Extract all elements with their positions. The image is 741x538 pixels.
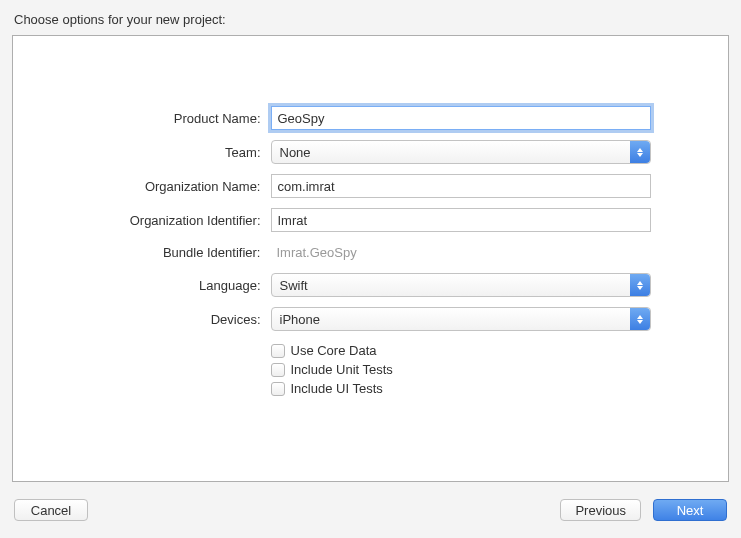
footer: Cancel Previous Next	[12, 482, 729, 526]
row-org-ident: Organization Identifier:	[91, 208, 651, 232]
devices-popup-value: iPhone	[280, 312, 320, 327]
team-popup-value: None	[280, 145, 311, 160]
checkbox-icon	[271, 363, 285, 377]
content-frame: Product Name: Team: None Organiz	[12, 35, 729, 482]
row-devices: Devices: iPhone	[91, 307, 651, 331]
row-team: Team: None	[91, 140, 651, 164]
label-bundle-ident: Bundle Identifier:	[91, 245, 261, 260]
project-form: Product Name: Team: None Organiz	[91, 106, 651, 400]
product-name-input[interactable]	[271, 106, 651, 130]
row-language: Language: Swift	[91, 273, 651, 297]
label-devices: Devices:	[91, 312, 261, 327]
label-product-name: Product Name:	[91, 111, 261, 126]
devices-popup[interactable]: iPhone	[271, 307, 651, 331]
checkbox-use-core-data[interactable]: Use Core Data	[271, 343, 651, 358]
cancel-button[interactable]: Cancel	[14, 499, 88, 521]
new-project-options-sheet: Choose options for your new project: Pro…	[0, 0, 741, 538]
chevron-up-down-icon	[630, 274, 650, 296]
bundle-identifier-value: Imrat.GeoSpy	[271, 242, 651, 263]
checkbox-include-ui-tests[interactable]: Include UI Tests	[271, 381, 651, 396]
checkbox-label-ui-tests: Include UI Tests	[291, 381, 383, 396]
next-button[interactable]: Next	[653, 499, 727, 521]
checkbox-label-unit-tests: Include Unit Tests	[291, 362, 393, 377]
checkbox-include-unit-tests[interactable]: Include Unit Tests	[271, 362, 651, 377]
page-title: Choose options for your new project:	[14, 12, 729, 27]
team-popup[interactable]: None	[271, 140, 651, 164]
language-popup-value: Swift	[280, 278, 308, 293]
checkbox-icon	[271, 382, 285, 396]
previous-button[interactable]: Previous	[560, 499, 641, 521]
chevron-up-down-icon	[630, 308, 650, 330]
language-popup[interactable]: Swift	[271, 273, 651, 297]
organization-name-input[interactable]	[271, 174, 651, 198]
chevron-up-down-icon	[630, 141, 650, 163]
label-language: Language:	[91, 278, 261, 293]
row-bundle-ident: Bundle Identifier: Imrat.GeoSpy	[91, 242, 651, 263]
organization-identifier-input[interactable]	[271, 208, 651, 232]
row-checkboxes: Use Core Data Include Unit Tests Include…	[91, 341, 651, 400]
label-team: Team:	[91, 145, 261, 160]
label-org-name: Organization Name:	[91, 179, 261, 194]
label-org-ident: Organization Identifier:	[91, 213, 261, 228]
row-org-name: Organization Name:	[91, 174, 651, 198]
checkbox-label-core-data: Use Core Data	[291, 343, 377, 358]
row-product-name: Product Name:	[91, 106, 651, 130]
checkbox-icon	[271, 344, 285, 358]
